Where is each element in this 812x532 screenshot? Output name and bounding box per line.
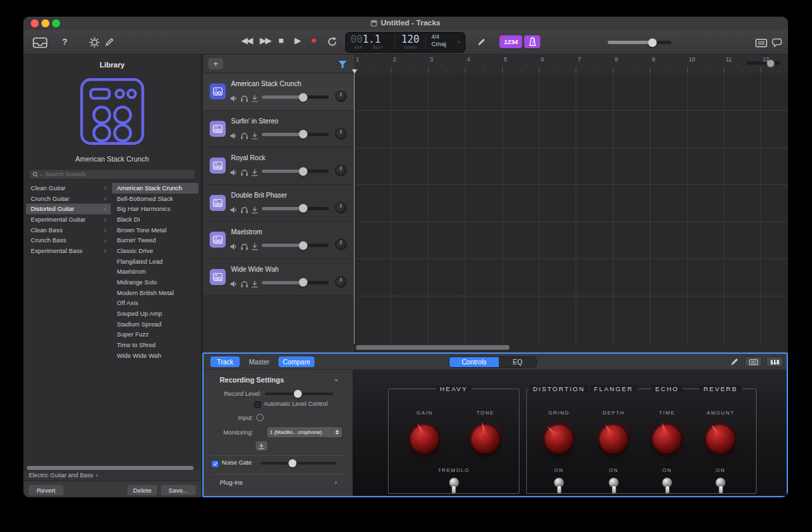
- auto-level-checkbox[interactable]: [254, 401, 261, 408]
- settings-gear-icon[interactable]: [89, 37, 100, 51]
- record-level-slider[interactable]: [265, 392, 333, 395]
- input-monitor-icon[interactable]: [251, 167, 258, 179]
- volume-slider[interactable]: [262, 207, 329, 210]
- compare-button[interactable]: Compare: [278, 356, 315, 367]
- solo-headphones-icon[interactable]: [240, 167, 248, 179]
- category-item[interactable]: Crunch Guitar›: [26, 194, 111, 204]
- noise-gate-slider[interactable]: [260, 462, 337, 465]
- patch-item[interactable]: Maelstrom: [112, 267, 198, 278]
- patch-item[interactable]: Time to Shred: [112, 340, 198, 350]
- pan-knob[interactable]: [335, 202, 347, 214]
- bar-ruler[interactable]: 123456789101112: [354, 55, 788, 73]
- patch-item[interactable]: Classic Drive: [112, 246, 198, 256]
- input-format-icon[interactable]: [256, 414, 264, 421]
- pencil-icon[interactable]: [730, 357, 739, 369]
- category-item[interactable]: Crunch Bass›: [26, 235, 111, 246]
- tuner-pencil-icon[interactable]: [477, 37, 486, 49]
- revert-button[interactable]: Revert: [29, 485, 63, 495]
- piano-button[interactable]: [766, 356, 783, 367]
- volume-slider[interactable]: [262, 95, 329, 99]
- input-monitor-icon[interactable]: [251, 204, 258, 216]
- pan-knob[interactable]: [335, 165, 347, 176]
- solo-headphones-icon[interactable]: [240, 278, 248, 290]
- patch-item[interactable]: Flangilated Lead: [112, 256, 198, 267]
- mute-icon[interactable]: [230, 167, 237, 179]
- depth-knob[interactable]: [598, 424, 629, 455]
- input-monitor-icon[interactable]: [251, 278, 258, 290]
- patch-item[interactable]: Stadium Spread: [112, 319, 198, 330]
- search-scope-chevron-icon[interactable]: ⌄: [39, 172, 43, 177]
- flanger-switch[interactable]: [607, 477, 620, 494]
- lcd-display[interactable]: 001.1 BARBEAT 120 TEMPO 4/4 Cmaj ⌄: [345, 32, 465, 53]
- category-item-selected[interactable]: Distorted Guitar›: [26, 204, 111, 214]
- patch-item[interactable]: Big Hair Harmonics: [112, 204, 198, 214]
- volume-slider[interactable]: [262, 170, 329, 173]
- track-row[interactable]: Wide Wide Wah: [203, 259, 354, 296]
- tab-controls[interactable]: Controls: [449, 357, 499, 367]
- volume-slider[interactable]: [262, 244, 329, 247]
- tab-track[interactable]: Track: [210, 356, 240, 367]
- add-track-button[interactable]: +: [208, 58, 223, 69]
- solo-headphones-icon[interactable]: [240, 204, 248, 216]
- patch-item[interactable]: Midrange Solo: [112, 277, 198, 288]
- stop-button[interactable]: ■: [278, 35, 284, 45]
- patch-item[interactable]: Off Axis: [112, 298, 198, 309]
- playhead[interactable]: [354, 69, 355, 344]
- count-in-button[interactable]: 1234: [499, 35, 522, 48]
- pan-knob[interactable]: [335, 276, 347, 288]
- category-item[interactable]: Experimental Bass›: [26, 246, 111, 256]
- mute-icon[interactable]: [230, 130, 237, 142]
- reverb-switch[interactable]: [714, 477, 727, 494]
- gain-knob[interactable]: [409, 424, 440, 455]
- input-monitor-icon[interactable]: [251, 130, 258, 142]
- tremolo-switch[interactable]: [447, 477, 461, 494]
- amount-knob[interactable]: [705, 424, 736, 455]
- patch-item[interactable]: Wide Wide Wah: [112, 350, 198, 361]
- time-knob[interactable]: [652, 424, 682, 455]
- mute-icon[interactable]: [230, 204, 237, 216]
- solo-headphones-icon[interactable]: [240, 130, 248, 142]
- grind-knob[interactable]: [544, 424, 574, 455]
- volume-slider[interactable]: [262, 281, 329, 284]
- track-row[interactable]: Surfin' in Stereo: [203, 111, 354, 148]
- track-filter-icon[interactable]: [338, 59, 347, 71]
- mute-icon[interactable]: [230, 241, 237, 253]
- metronome-button[interactable]: [524, 35, 540, 48]
- plugins-chevron-icon[interactable]: ›: [335, 478, 337, 486]
- patch-item[interactable]: Super Fuzz: [112, 330, 198, 340]
- save-button[interactable]: Save...: [161, 485, 196, 495]
- tone-knob[interactable]: [470, 424, 501, 455]
- keyboard-button[interactable]: [745, 356, 762, 367]
- mute-icon[interactable]: [230, 278, 237, 290]
- patch-item[interactable]: Black DI: [112, 214, 198, 225]
- noise-gate-checkbox[interactable]: [212, 461, 218, 467]
- patch-item[interactable]: Brown Tone Metal: [112, 225, 198, 236]
- solo-headphones-icon[interactable]: [240, 241, 248, 253]
- notes-chat-icon[interactable]: [772, 38, 782, 50]
- cycle-button[interactable]: [327, 37, 338, 49]
- patch-item[interactable]: Bell-Bottomed Stack: [112, 194, 198, 204]
- patch-item-selected[interactable]: American Stack Crunch: [112, 183, 198, 194]
- timeline-area[interactable]: 123456789101112: [354, 55, 788, 352]
- editor-pencil-icon[interactable]: [105, 37, 114, 49]
- search-input[interactable]: [45, 171, 192, 178]
- monitoring-button[interactable]: [256, 441, 267, 451]
- collapse-chevron-icon[interactable]: ⌄: [333, 374, 339, 383]
- search-field[interactable]: ⌄: [29, 169, 196, 180]
- input-monitor-icon[interactable]: [251, 241, 258, 253]
- master-volume-slider[interactable]: [608, 41, 671, 44]
- timeline-horizontal-scrollbar[interactable]: [356, 345, 510, 350]
- patch-item[interactable]: Burnin' Tweed: [112, 235, 198, 246]
- solo-headphones-icon[interactable]: [240, 93, 248, 105]
- chevron-down-icon[interactable]: ⌄: [456, 37, 461, 44]
- media-browser-icon[interactable]: [32, 37, 48, 51]
- library-breadcrumb[interactable]: Electric Guitar and Bass›: [23, 470, 201, 481]
- tab-master[interactable]: Master: [242, 356, 276, 367]
- track-row[interactable]: Double Brit Phaser: [203, 185, 354, 222]
- mute-icon[interactable]: [230, 93, 237, 105]
- distortion-switch[interactable]: [552, 477, 566, 494]
- pan-knob[interactable]: [335, 91, 347, 102]
- volume-slider[interactable]: [262, 133, 329, 136]
- category-item[interactable]: Clean Guitar›: [26, 183, 111, 194]
- record-button[interactable]: ●: [311, 34, 317, 45]
